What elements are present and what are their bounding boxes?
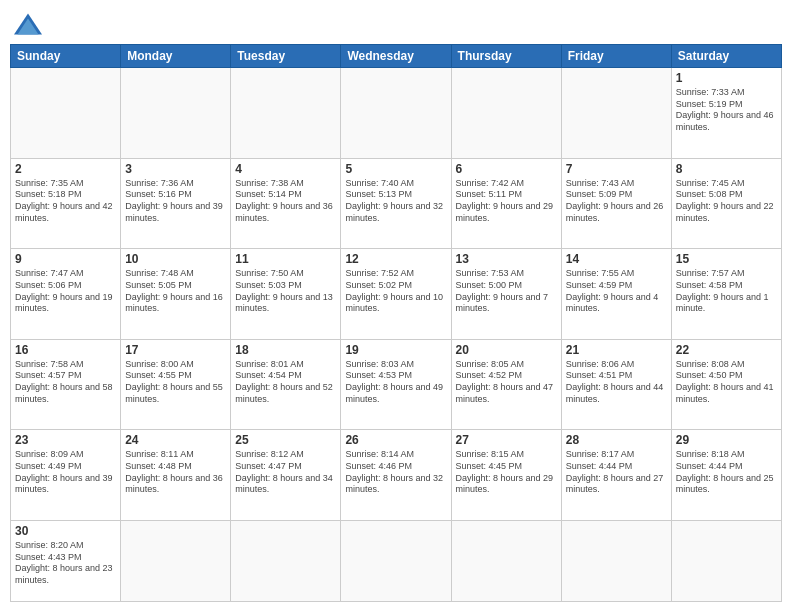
day-number: 10: [125, 252, 226, 266]
day-info: Sunrise: 7:45 AM Sunset: 5:08 PM Dayligh…: [676, 178, 777, 225]
day-cell: 20Sunrise: 8:05 AM Sunset: 4:52 PM Dayli…: [451, 339, 561, 430]
day-cell: 27Sunrise: 8:15 AM Sunset: 4:45 PM Dayli…: [451, 430, 561, 521]
day-info: Sunrise: 8:20 AM Sunset: 4:43 PM Dayligh…: [15, 540, 116, 587]
day-number: 2: [15, 162, 116, 176]
calendar: SundayMondayTuesdayWednesdayThursdayFrid…: [10, 44, 782, 602]
day-number: 11: [235, 252, 336, 266]
day-cell: 14Sunrise: 7:55 AM Sunset: 4:59 PM Dayli…: [561, 249, 671, 340]
day-cell: 21Sunrise: 8:06 AM Sunset: 4:51 PM Dayli…: [561, 339, 671, 430]
day-info: Sunrise: 7:35 AM Sunset: 5:18 PM Dayligh…: [15, 178, 116, 225]
day-number: 22: [676, 343, 777, 357]
day-info: Sunrise: 7:38 AM Sunset: 5:14 PM Dayligh…: [235, 178, 336, 225]
col-header-wednesday: Wednesday: [341, 45, 451, 68]
day-cell: 3Sunrise: 7:36 AM Sunset: 5:16 PM Daylig…: [121, 158, 231, 249]
day-cell: 13Sunrise: 7:53 AM Sunset: 5:00 PM Dayli…: [451, 249, 561, 340]
day-cell: 7Sunrise: 7:43 AM Sunset: 5:09 PM Daylig…: [561, 158, 671, 249]
day-number: 23: [15, 433, 116, 447]
day-info: Sunrise: 8:03 AM Sunset: 4:53 PM Dayligh…: [345, 359, 446, 406]
day-info: Sunrise: 7:43 AM Sunset: 5:09 PM Dayligh…: [566, 178, 667, 225]
day-number: 17: [125, 343, 226, 357]
col-header-sunday: Sunday: [11, 45, 121, 68]
day-info: Sunrise: 7:53 AM Sunset: 5:00 PM Dayligh…: [456, 268, 557, 315]
col-header-saturday: Saturday: [671, 45, 781, 68]
day-cell: 23Sunrise: 8:09 AM Sunset: 4:49 PM Dayli…: [11, 430, 121, 521]
day-info: Sunrise: 7:36 AM Sunset: 5:16 PM Dayligh…: [125, 178, 226, 225]
day-info: Sunrise: 8:18 AM Sunset: 4:44 PM Dayligh…: [676, 449, 777, 496]
day-cell: 12Sunrise: 7:52 AM Sunset: 5:02 PM Dayli…: [341, 249, 451, 340]
day-info: Sunrise: 8:08 AM Sunset: 4:50 PM Dayligh…: [676, 359, 777, 406]
day-cell: 19Sunrise: 8:03 AM Sunset: 4:53 PM Dayli…: [341, 339, 451, 430]
day-number: 15: [676, 252, 777, 266]
day-cell: [341, 68, 451, 159]
day-number: 12: [345, 252, 446, 266]
day-number: 7: [566, 162, 667, 176]
day-cell: 9Sunrise: 7:47 AM Sunset: 5:06 PM Daylig…: [11, 249, 121, 340]
logo-icon: [10, 10, 46, 38]
header-row: SundayMondayTuesdayWednesdayThursdayFrid…: [11, 45, 782, 68]
day-number: 5: [345, 162, 446, 176]
col-header-thursday: Thursday: [451, 45, 561, 68]
col-header-tuesday: Tuesday: [231, 45, 341, 68]
page: SundayMondayTuesdayWednesdayThursdayFrid…: [0, 0, 792, 612]
day-number: 27: [456, 433, 557, 447]
day-info: Sunrise: 8:00 AM Sunset: 4:55 PM Dayligh…: [125, 359, 226, 406]
day-number: 1: [676, 71, 777, 85]
day-info: Sunrise: 8:06 AM Sunset: 4:51 PM Dayligh…: [566, 359, 667, 406]
day-cell: [341, 520, 451, 601]
day-number: 24: [125, 433, 226, 447]
day-cell: 29Sunrise: 8:18 AM Sunset: 4:44 PM Dayli…: [671, 430, 781, 521]
day-number: 3: [125, 162, 226, 176]
day-cell: 1Sunrise: 7:33 AM Sunset: 5:19 PM Daylig…: [671, 68, 781, 159]
day-cell: 2Sunrise: 7:35 AM Sunset: 5:18 PM Daylig…: [11, 158, 121, 249]
day-cell: 11Sunrise: 7:50 AM Sunset: 5:03 PM Dayli…: [231, 249, 341, 340]
day-info: Sunrise: 7:55 AM Sunset: 4:59 PM Dayligh…: [566, 268, 667, 315]
day-cell: 10Sunrise: 7:48 AM Sunset: 5:05 PM Dayli…: [121, 249, 231, 340]
day-info: Sunrise: 7:33 AM Sunset: 5:19 PM Dayligh…: [676, 87, 777, 134]
day-info: Sunrise: 8:17 AM Sunset: 4:44 PM Dayligh…: [566, 449, 667, 496]
day-cell: [451, 68, 561, 159]
day-cell: 8Sunrise: 7:45 AM Sunset: 5:08 PM Daylig…: [671, 158, 781, 249]
header: [10, 10, 782, 38]
day-number: 13: [456, 252, 557, 266]
day-info: Sunrise: 8:09 AM Sunset: 4:49 PM Dayligh…: [15, 449, 116, 496]
day-cell: [561, 68, 671, 159]
week-row-0: 1Sunrise: 7:33 AM Sunset: 5:19 PM Daylig…: [11, 68, 782, 159]
day-cell: 6Sunrise: 7:42 AM Sunset: 5:11 PM Daylig…: [451, 158, 561, 249]
day-number: 21: [566, 343, 667, 357]
day-number: 16: [15, 343, 116, 357]
day-cell: [231, 520, 341, 601]
day-info: Sunrise: 7:57 AM Sunset: 4:58 PM Dayligh…: [676, 268, 777, 315]
week-row-3: 16Sunrise: 7:58 AM Sunset: 4:57 PM Dayli…: [11, 339, 782, 430]
day-cell: [11, 68, 121, 159]
day-cell: 22Sunrise: 8:08 AM Sunset: 4:50 PM Dayli…: [671, 339, 781, 430]
day-cell: [121, 520, 231, 601]
day-number: 26: [345, 433, 446, 447]
day-number: 9: [15, 252, 116, 266]
day-cell: 28Sunrise: 8:17 AM Sunset: 4:44 PM Dayli…: [561, 430, 671, 521]
day-cell: [451, 520, 561, 601]
day-cell: 15Sunrise: 7:57 AM Sunset: 4:58 PM Dayli…: [671, 249, 781, 340]
day-number: 8: [676, 162, 777, 176]
day-cell: 25Sunrise: 8:12 AM Sunset: 4:47 PM Dayli…: [231, 430, 341, 521]
day-cell: 5Sunrise: 7:40 AM Sunset: 5:13 PM Daylig…: [341, 158, 451, 249]
day-info: Sunrise: 7:50 AM Sunset: 5:03 PM Dayligh…: [235, 268, 336, 315]
day-number: 29: [676, 433, 777, 447]
day-cell: 17Sunrise: 8:00 AM Sunset: 4:55 PM Dayli…: [121, 339, 231, 430]
day-number: 25: [235, 433, 336, 447]
day-info: Sunrise: 8:14 AM Sunset: 4:46 PM Dayligh…: [345, 449, 446, 496]
day-cell: [561, 520, 671, 601]
day-number: 14: [566, 252, 667, 266]
day-cell: [671, 520, 781, 601]
day-cell: 26Sunrise: 8:14 AM Sunset: 4:46 PM Dayli…: [341, 430, 451, 521]
day-info: Sunrise: 7:40 AM Sunset: 5:13 PM Dayligh…: [345, 178, 446, 225]
day-number: 20: [456, 343, 557, 357]
day-info: Sunrise: 8:15 AM Sunset: 4:45 PM Dayligh…: [456, 449, 557, 496]
day-number: 19: [345, 343, 446, 357]
week-row-5: 30Sunrise: 8:20 AM Sunset: 4:43 PM Dayli…: [11, 520, 782, 601]
day-number: 30: [15, 524, 116, 538]
day-cell: 30Sunrise: 8:20 AM Sunset: 4:43 PM Dayli…: [11, 520, 121, 601]
day-cell: [121, 68, 231, 159]
week-row-2: 9Sunrise: 7:47 AM Sunset: 5:06 PM Daylig…: [11, 249, 782, 340]
week-row-1: 2Sunrise: 7:35 AM Sunset: 5:18 PM Daylig…: [11, 158, 782, 249]
day-cell: [231, 68, 341, 159]
